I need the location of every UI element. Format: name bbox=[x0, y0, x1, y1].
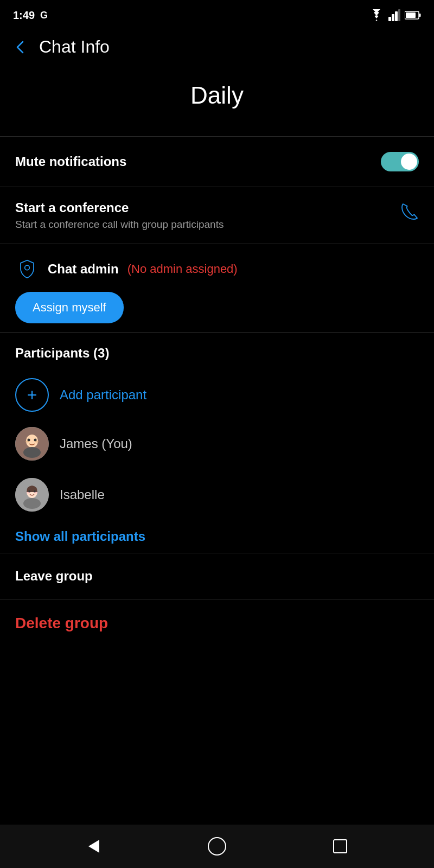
status-icons bbox=[369, 9, 421, 21]
svg-point-17 bbox=[23, 498, 41, 509]
delete-group-label: Delete group bbox=[15, 615, 108, 631]
admin-section: Chat admin (No admin assigned) Assign my… bbox=[0, 244, 434, 332]
svg-rect-3 bbox=[398, 9, 400, 21]
toggle-thumb bbox=[401, 154, 417, 170]
conference-subtitle: Start a conference call with group parti… bbox=[15, 219, 224, 231]
mute-label: Mute notifications bbox=[15, 154, 126, 169]
show-all-participants-link[interactable]: Show all participants bbox=[15, 520, 419, 548]
back-arrow-icon bbox=[13, 40, 28, 55]
page-title: Chat Info bbox=[39, 37, 110, 57]
leave-group-row[interactable]: Leave group bbox=[0, 553, 434, 599]
back-button[interactable] bbox=[13, 40, 28, 55]
nav-bar bbox=[0, 825, 434, 868]
show-all-label: Show all participants bbox=[15, 529, 145, 544]
delete-group-row[interactable]: Delete group bbox=[0, 599, 434, 647]
svg-rect-5 bbox=[419, 14, 421, 17]
conference-title: Start a conference bbox=[15, 200, 224, 215]
wifi-icon bbox=[369, 9, 384, 21]
participant-name-isabelle: Isabelle bbox=[60, 487, 105, 502]
avatar-svg-isabelle bbox=[15, 478, 49, 512]
assign-myself-button[interactable]: Assign myself bbox=[15, 292, 124, 323]
participants-section: Participants (3) + Add participant bbox=[0, 333, 434, 553]
svg-point-14 bbox=[35, 441, 39, 443]
signal-icon bbox=[388, 9, 400, 21]
nav-home-button[interactable] bbox=[204, 833, 230, 859]
add-participant-icon: + bbox=[15, 378, 49, 412]
time-display: 1:49 bbox=[13, 9, 35, 22]
nav-recents-button[interactable] bbox=[327, 833, 353, 859]
mute-toggle[interactable] bbox=[381, 152, 419, 171]
group-name: Daily bbox=[13, 82, 421, 109]
svg-point-21 bbox=[34, 492, 37, 494]
svg-point-10 bbox=[23, 447, 41, 458]
svg-rect-6 bbox=[406, 12, 416, 18]
leave-group-label: Leave group bbox=[15, 569, 93, 583]
status-bar: 1:49 G bbox=[0, 0, 434, 28]
svg-point-23 bbox=[208, 838, 226, 855]
group-name-section: Daily bbox=[0, 66, 434, 136]
svg-rect-24 bbox=[334, 840, 347, 853]
svg-rect-1 bbox=[392, 14, 394, 21]
status-time: 1:49 G bbox=[13, 9, 48, 22]
mute-notifications-row: Mute notifications bbox=[0, 137, 434, 187]
avatar-svg-james bbox=[15, 427, 49, 461]
avatar-james bbox=[15, 427, 49, 461]
participant-row-james[interactable]: James (You) bbox=[15, 418, 419, 469]
avatar-face-james bbox=[15, 427, 49, 461]
g-icon: G bbox=[40, 10, 48, 21]
header: Chat Info bbox=[0, 28, 434, 66]
phone-icon bbox=[399, 202, 419, 226]
admin-row: Chat admin (No admin assigned) bbox=[15, 257, 419, 281]
no-admin-status: (No admin assigned) bbox=[127, 262, 238, 276]
avatar-face-isabelle bbox=[15, 478, 49, 512]
svg-rect-2 bbox=[395, 11, 398, 21]
plus-icon: + bbox=[27, 385, 37, 405]
svg-point-20 bbox=[27, 492, 30, 494]
shield-svg bbox=[17, 259, 37, 279]
nav-home-icon bbox=[207, 837, 227, 856]
add-participant-label: Add participant bbox=[60, 387, 146, 403]
participants-title: Participants (3) bbox=[15, 346, 419, 361]
participant-name-james: James (You) bbox=[60, 436, 132, 451]
conference-section[interactable]: Start a conference Start a conference ca… bbox=[0, 187, 434, 244]
svg-point-13 bbox=[25, 441, 29, 443]
add-participant-row[interactable]: + Add participant bbox=[15, 372, 419, 418]
admin-shield-icon bbox=[15, 257, 39, 281]
admin-label: Chat admin bbox=[48, 261, 119, 277]
svg-rect-0 bbox=[388, 17, 391, 21]
main-content: 1:49 G bbox=[0, 0, 434, 825]
conference-text: Start a conference Start a conference ca… bbox=[15, 200, 224, 231]
nav-back-button[interactable] bbox=[81, 833, 107, 859]
battery-icon bbox=[405, 10, 421, 20]
svg-point-7 bbox=[25, 265, 30, 270]
nav-back-icon bbox=[85, 838, 103, 855]
participant-row-isabelle[interactable]: Isabelle bbox=[15, 469, 419, 520]
svg-marker-22 bbox=[88, 840, 99, 853]
avatar-isabelle bbox=[15, 478, 49, 512]
nav-recents-icon bbox=[333, 839, 348, 854]
